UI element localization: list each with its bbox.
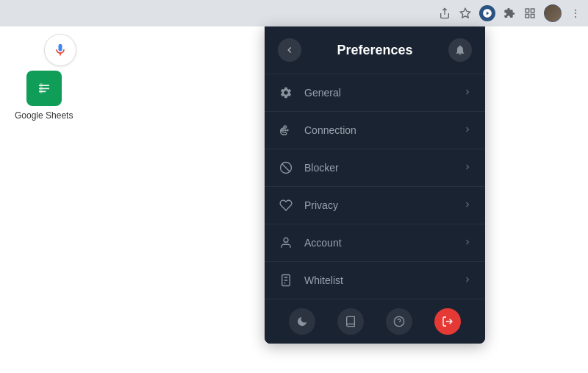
chrome-profile-avatar[interactable] — [544, 4, 562, 22]
notification-button[interactable] — [448, 38, 472, 62]
chrome-browser-bar: ⋮ — [0, 0, 588, 26]
google-sheets-label: Google Sheets — [15, 110, 73, 121]
connection-chevron — [463, 125, 472, 136]
menu-item-whitelist[interactable]: Whitelist — [265, 262, 485, 299]
preferences-popup: Preferences General — [265, 26, 485, 344]
privacy-chevron — [463, 200, 472, 211]
svg-point-9 — [283, 129, 284, 131]
svg-point-7 — [287, 129, 289, 131]
account-icon — [278, 235, 294, 251]
book-button[interactable] — [337, 308, 364, 335]
help-button[interactable] — [386, 308, 412, 335]
general-chevron — [463, 88, 472, 99]
account-chevron — [463, 238, 472, 249]
privacy-label: Privacy — [304, 199, 453, 211]
svg-rect-5 — [531, 14, 534, 18]
main-content-area: Google Sheets Preferences — [0, 26, 588, 373]
logout-button[interactable] — [434, 308, 461, 335]
privacy-icon — [278, 197, 294, 213]
share-icon[interactable] — [438, 7, 451, 20]
general-icon — [278, 85, 294, 101]
theme-button[interactable] — [289, 308, 315, 335]
blocker-icon — [278, 160, 294, 176]
google-sheets-shortcut[interactable]: Google Sheets — [15, 71, 73, 121]
vpn-extension-icon[interactable] — [479, 5, 495, 21]
account-label: Account — [304, 237, 453, 249]
chrome-menu-icon[interactable]: ⋮ — [569, 7, 582, 20]
svg-line-11 — [282, 164, 290, 172]
whitelist-label: Whitelist — [304, 274, 453, 286]
connection-icon — [278, 122, 294, 138]
extensions-icon[interactable] — [503, 7, 516, 20]
back-button[interactable] — [278, 38, 301, 62]
blocker-label: Blocker — [304, 162, 453, 174]
svg-rect-2 — [526, 9, 529, 13]
whitelist-chevron — [463, 275, 472, 286]
connection-label: Connection — [304, 124, 453, 136]
preferences-title: Preferences — [301, 43, 448, 58]
svg-point-8 — [285, 129, 287, 131]
layout-icon[interactable] — [523, 7, 537, 20]
menu-item-connection[interactable]: Connection — [265, 112, 485, 149]
menu-item-privacy[interactable]: Privacy — [265, 187, 485, 224]
svg-rect-3 — [531, 9, 534, 13]
shortcuts-area: Google Sheets — [15, 71, 73, 121]
star-icon[interactable] — [459, 7, 472, 20]
preferences-header: Preferences — [265, 26, 485, 74]
google-sheets-icon — [26, 71, 62, 106]
preferences-menu: General Conn — [265, 74, 485, 299]
avatar-image — [544, 4, 562, 22]
svg-point-12 — [284, 238, 288, 242]
svg-marker-0 — [460, 8, 470, 18]
google-mic-area — [44, 34, 76, 66]
menu-item-general[interactable]: General — [265, 74, 485, 112]
blocker-chevron — [463, 163, 472, 174]
preferences-bottom-bar — [265, 299, 485, 344]
menu-item-account[interactable]: Account — [265, 224, 485, 262]
chrome-toolbar-icons: ⋮ — [438, 4, 582, 22]
whitelist-icon — [278, 272, 294, 288]
general-label: General — [304, 87, 453, 99]
menu-item-blocker[interactable]: Blocker — [265, 149, 485, 187]
google-mic-button[interactable] — [44, 34, 76, 66]
svg-rect-4 — [526, 14, 529, 18]
